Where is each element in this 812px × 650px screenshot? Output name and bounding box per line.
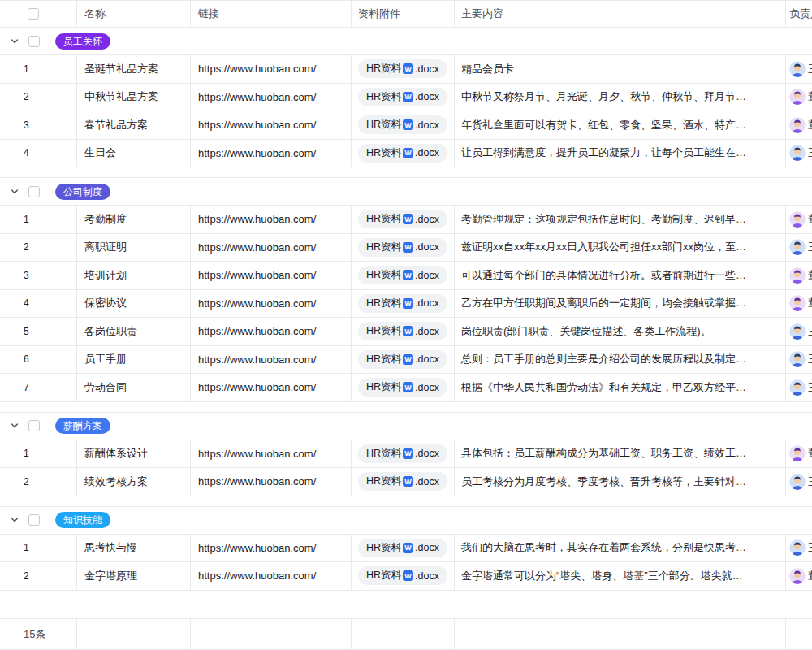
attachment-chip[interactable]: HR资料W.docx: [358, 322, 447, 340]
link-cell[interactable]: https://www.huoban.com/: [191, 140, 352, 167]
owner-cell[interactable]: 董: [786, 206, 812, 233]
group-select-checkbox[interactable]: [28, 186, 40, 197]
attachment-cell[interactable]: HR资料W.docx: [352, 290, 455, 318]
name-cell[interactable]: 员工手册: [77, 346, 191, 374]
attachment-cell[interactable]: HR资料W.docx: [352, 111, 455, 139]
content-cell[interactable]: 岗位职责(部门职责、关键岗位描述、各类工作流程)。: [455, 318, 786, 345]
attachment-chip[interactable]: HR资料W.docx: [358, 566, 447, 585]
attachment-cell[interactable]: HR资料W.docx: [352, 440, 455, 468]
link-cell[interactable]: https://www.huoban.com/: [191, 290, 352, 318]
content-cell[interactable]: 乙方在甲方任职期间及离职后的一定期间，均会接触或掌握…: [455, 290, 786, 318]
name-cell[interactable]: 中秋节礼品方案: [77, 84, 191, 111]
link-cell[interactable]: https://www.huoban.com/: [191, 440, 352, 468]
attachment-chip[interactable]: HR资料W.docx: [358, 266, 447, 284]
content-cell[interactable]: 让员工得到满意度，提升员工的凝聚力，让每个员工能生在…: [455, 140, 786, 167]
name-cell[interactable]: 离职证明: [77, 234, 191, 262]
content-cell[interactable]: 年货礼盒里面可以有贺卡、红包、零食、坚果、酒水、特产…: [455, 111, 786, 139]
link-cell[interactable]: https://www.huoban.com/: [191, 111, 352, 139]
column-header-owner[interactable]: 负责人: [786, 1, 812, 27]
content-cell[interactable]: 可以通过每个部门的具体情况进行分析。或者前期进行一些…: [455, 262, 786, 289]
group-select-checkbox[interactable]: [28, 420, 40, 431]
name-cell[interactable]: 圣诞节礼品方案: [77, 55, 191, 83]
content-cell[interactable]: 我们的大脑在思考时，其实存在着两套系统，分别是快思考…: [455, 535, 786, 562]
name-cell[interactable]: 薪酬体系设计: [77, 440, 191, 468]
owner-cell[interactable]: 三: [786, 374, 812, 401]
content-cell[interactable]: 金字塔通常可以分为“塔尖、塔身、塔基”三个部分。塔尖就…: [455, 562, 786, 590]
column-header-attachment[interactable]: 资料附件: [352, 1, 455, 27]
owner-cell[interactable]: 三: [786, 140, 812, 167]
attachment-cell[interactable]: HR资料W.docx: [352, 318, 455, 345]
content-cell[interactable]: 具体包括：员工薪酬构成分为基础工资、职务工资、绩效工…: [455, 440, 786, 468]
owner-cell[interactable]: 三: [786, 535, 812, 562]
content-cell[interactable]: 总则：员工手册的总则主要是介绍公司的发展历程以及制定…: [455, 346, 786, 374]
content-cell[interactable]: 精品会员卡: [455, 55, 786, 83]
link-cell[interactable]: https://www.huoban.com/: [191, 318, 352, 345]
attachment-chip[interactable]: HR资料W.docx: [358, 378, 447, 396]
owner-cell[interactable]: 三: [786, 318, 812, 345]
name-cell[interactable]: 培训计划: [77, 262, 191, 289]
group-select-checkbox[interactable]: [28, 514, 40, 526]
attachment-cell[interactable]: HR资料W.docx: [352, 262, 455, 289]
attachment-chip[interactable]: HR资料W.docx: [358, 59, 447, 78]
owner-cell[interactable]: 三: [786, 55, 812, 83]
name-cell[interactable]: 金字塔原理: [77, 562, 191, 590]
group-badge[interactable]: 员工关怀: [55, 33, 110, 50]
column-header-link[interactable]: 链接: [191, 1, 352, 27]
chevron-down-icon[interactable]: [11, 188, 19, 196]
content-cell[interactable]: 中秋节又称祭月节、月光诞、月夕、秋节、仲秋节、拜月节…: [455, 84, 786, 111]
name-cell[interactable]: 各岗位职责: [77, 318, 191, 345]
owner-cell[interactable]: 三: [786, 468, 812, 496]
link-cell[interactable]: https://www.huoban.com/: [191, 206, 352, 233]
link-cell[interactable]: https://www.huoban.com/: [191, 262, 352, 289]
group-badge[interactable]: 知识技能: [55, 512, 110, 528]
content-cell[interactable]: 考勤管理规定：这项规定包括作息时间、考勤制度、迟到早…: [455, 206, 786, 233]
content-cell[interactable]: 兹证明xx自xx年xx月xx日入职我公司担任xx部门xx岗位，至…: [455, 234, 786, 262]
name-cell[interactable]: 劳动合同: [77, 374, 191, 401]
link-cell[interactable]: https://www.huoban.com/: [191, 562, 352, 590]
link-cell[interactable]: https://www.huoban.com/: [191, 346, 352, 374]
name-cell[interactable]: 考勤制度: [77, 206, 191, 233]
attachment-chip[interactable]: HR资料W.docx: [358, 444, 447, 463]
attachment-cell[interactable]: HR资料W.docx: [352, 562, 455, 590]
column-header-content[interactable]: 主要内容: [455, 1, 786, 27]
attachment-chip[interactable]: HR资料W.docx: [358, 210, 447, 228]
link-cell[interactable]: https://www.huoban.com/: [191, 55, 352, 83]
attachment-chip[interactable]: HR资料W.docx: [358, 294, 447, 313]
attachment-cell[interactable]: HR资料W.docx: [352, 374, 455, 401]
attachment-chip[interactable]: HR资料W.docx: [358, 238, 447, 257]
owner-cell[interactable]: 三: [786, 346, 812, 374]
attachment-cell[interactable]: HR资料W.docx: [352, 84, 455, 111]
attachment-cell[interactable]: HR资料W.docx: [352, 535, 455, 562]
link-cell[interactable]: https://www.huoban.com/: [191, 84, 352, 111]
attachment-chip[interactable]: HR资料W.docx: [358, 144, 447, 162]
select-all-checkbox[interactable]: [28, 8, 39, 20]
name-cell[interactable]: 保密协议: [77, 290, 191, 318]
attachment-chip[interactable]: HR资料W.docx: [358, 350, 447, 369]
owner-cell[interactable]: 董: [786, 111, 812, 139]
name-cell[interactable]: 绩效考核方案: [77, 468, 191, 496]
group-badge[interactable]: 薪酬方案: [55, 418, 110, 434]
group-badge[interactable]: 公司制度: [55, 184, 110, 200]
attachment-cell[interactable]: HR资料W.docx: [352, 206, 455, 233]
attachment-chip[interactable]: HR资料W.docx: [358, 472, 447, 491]
content-cell[interactable]: 根据《中华人民共和国劳动法》和有关规定，甲乙双方经平…: [455, 374, 786, 401]
group-select-checkbox[interactable]: [28, 36, 40, 47]
chevron-down-icon[interactable]: [11, 516, 19, 524]
chevron-down-icon[interactable]: [11, 422, 19, 430]
owner-cell[interactable]: 董: [786, 562, 812, 590]
owner-cell[interactable]: 董: [786, 440, 812, 468]
name-cell[interactable]: 春节礼品方案: [77, 111, 191, 139]
content-cell[interactable]: 员工考核分为月度考核、季度考核、晋升考核等，主要针对…: [455, 468, 786, 496]
owner-cell[interactable]: 三: [786, 234, 812, 262]
attachment-cell[interactable]: HR资料W.docx: [352, 468, 455, 496]
attachment-cell[interactable]: HR资料W.docx: [352, 55, 455, 83]
attachment-chip[interactable]: HR资料W.docx: [358, 115, 447, 134]
chevron-down-icon[interactable]: [11, 37, 19, 46]
link-cell[interactable]: https://www.huoban.com/: [191, 468, 352, 496]
name-cell[interactable]: 生日会: [77, 140, 191, 167]
owner-cell[interactable]: 董: [786, 262, 812, 289]
link-cell[interactable]: https://www.huoban.com/: [191, 374, 352, 401]
attachment-cell[interactable]: HR资料W.docx: [352, 140, 455, 167]
attachment-cell[interactable]: HR资料W.docx: [352, 234, 455, 262]
name-cell[interactable]: 思考快与慢: [77, 535, 191, 562]
